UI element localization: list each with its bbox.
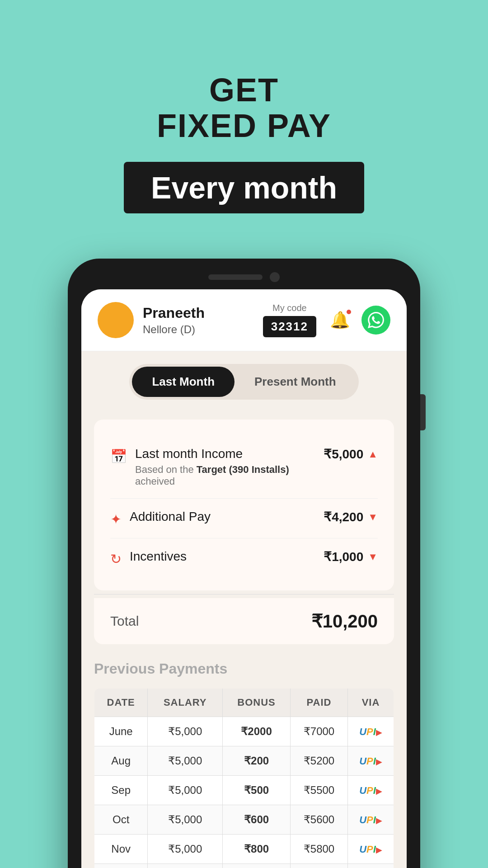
cell-salary: ₹5,000 (148, 864, 223, 868)
cell-paid: ₹7000 (291, 717, 348, 746)
income-label-wrap: 📅 Last month Income Based on the Target … (110, 447, 324, 487)
additional-pay-row: ✦ Additional Pay ₹4,200 ▼ (110, 499, 378, 538)
tab-last-month[interactable]: Last Month (132, 367, 235, 397)
col-salary: SALARY (148, 689, 223, 717)
phone-screen: Praneeth Nellore (D) My code 32312 🔔 (81, 289, 407, 868)
calendar-icon: 📅 (110, 448, 127, 464)
col-date: DATE (94, 689, 148, 717)
phone-notch (81, 272, 407, 282)
cell-date: Dec (94, 864, 148, 868)
cell-salary: ₹5,000 (148, 835, 223, 864)
last-month-income-row: 📅 Last month Income Based on the Target … (110, 436, 378, 499)
cell-via: UPI▶ (348, 776, 394, 805)
notification-button[interactable]: 🔔 (327, 307, 352, 333)
app-header: Praneeth Nellore (D) My code 32312 🔔 (81, 289, 407, 351)
user-location: Nellore (D) (143, 323, 205, 336)
arrow-down-icon: ▼ (368, 511, 378, 523)
cell-paid: ₹5200 (291, 746, 348, 776)
cell-bonus: ₹800 (223, 835, 291, 864)
col-via: VIA (348, 689, 394, 717)
table-header: DATE SALARY BONUS PAID VIA (94, 689, 394, 717)
cell-via: UPI▶ (348, 864, 394, 868)
user-details: Praneeth Nellore (D) (143, 305, 205, 336)
col-bonus: BONUS (223, 689, 291, 717)
divider (94, 594, 394, 594)
income-section: 📅 Last month Income Based on the Target … (94, 420, 394, 590)
incentives-arrow-down-icon: ▼ (368, 551, 378, 563)
whatsapp-button[interactable] (361, 306, 390, 335)
cell-salary: ₹5,000 (148, 776, 223, 805)
incentives-amount: ₹1,000 ▼ (324, 549, 378, 564)
table-row: Aug ₹5,000 ₹200 ₹5200 UPI▶ (94, 746, 394, 776)
table-row: Sep ₹5,000 ₹500 ₹5500 UPI▶ (94, 776, 394, 805)
cell-via: UPI▶ (348, 835, 394, 864)
every-month-text: Every month (151, 170, 337, 205)
previous-payments-section: Previous Payments DATE SALARY BONUS PAID… (81, 644, 407, 868)
bell-icon: 🔔 (330, 311, 350, 330)
total-label: Total (110, 613, 139, 629)
cell-date: Sep (94, 776, 148, 805)
notification-dot (346, 309, 352, 315)
cell-bonus: ₹200 (223, 746, 291, 776)
total-amount: ₹10,200 (311, 611, 378, 632)
every-month-badge: Every month (124, 162, 364, 213)
cell-salary: ₹5,000 (148, 746, 223, 776)
cell-bonus: ₹2000 (223, 717, 291, 746)
cell-paid: ₹5200 (291, 864, 348, 868)
payments-table: DATE SALARY BONUS PAID VIA June ₹5,000 ₹… (94, 688, 394, 868)
incentives-row: ↻ Incentives ₹1,000 ▼ (110, 538, 378, 578)
income-sublabel: Based on the Target (390 Installs) achei… (135, 464, 324, 487)
cell-via: UPI▶ (348, 717, 394, 746)
cell-paid: ₹5600 (291, 805, 348, 835)
headline: GET FIXED PAY (157, 72, 331, 144)
col-paid: PAID (291, 689, 348, 717)
cell-date: Nov (94, 835, 148, 864)
tabs-section: Last Month Present Month (81, 351, 407, 412)
additional-pay-label-wrap: ✦ Additional Pay (110, 509, 211, 527)
user-name: Praneeth (143, 305, 205, 321)
incentives-label: Incentives (130, 549, 187, 564)
cell-date: Oct (94, 805, 148, 835)
tab-present-month[interactable]: Present Month (235, 367, 356, 397)
cell-paid: ₹5500 (291, 776, 348, 805)
table-row: June ₹5,000 ₹2000 ₹7000 UPI▶ (94, 717, 394, 746)
table-row: Nov ₹5,000 ₹800 ₹5800 UPI▶ (94, 835, 394, 864)
arrow-up-icon: ▲ (368, 448, 378, 460)
table-body: June ₹5,000 ₹2000 ₹7000 UPI▶ Aug ₹5,000 … (94, 717, 394, 868)
income-label-details: Last month Income Based on the Target (3… (135, 447, 324, 487)
cell-date: Aug (94, 746, 148, 776)
star-icon: ✦ (110, 511, 122, 527)
header-icons: 🔔 (327, 306, 390, 335)
additional-pay-label: Additional Pay (130, 509, 211, 524)
avatar (98, 302, 134, 338)
cell-bonus: ₹500 (223, 776, 291, 805)
total-row: Total ₹10,200 (94, 598, 394, 644)
phone-mockup: Praneeth Nellore (D) My code 32312 🔔 (68, 259, 420, 868)
cell-bonus: ₹600 (223, 805, 291, 835)
my-code-label: My code (272, 303, 307, 313)
cell-salary: ₹5,000 (148, 805, 223, 835)
whatsapp-icon (368, 312, 384, 328)
additional-pay-amount: ₹4,200 ▼ (324, 509, 378, 524)
phone-camera (270, 272, 280, 282)
cell-date: June (94, 717, 148, 746)
incentives-label-wrap: ↻ Incentives (110, 549, 187, 567)
phone-side-button (420, 394, 426, 430)
phone-speaker (208, 274, 263, 280)
header-right: My code 32312 🔔 (263, 303, 390, 337)
cell-salary: ₹5,000 (148, 717, 223, 746)
user-info: Praneeth Nellore (D) (98, 302, 205, 338)
refresh-icon: ↻ (110, 551, 122, 567)
cell-bonus: ₹200 (223, 864, 291, 868)
top-section: GET FIXED PAY Every month (0, 0, 488, 241)
income-label-text: Last month Income (135, 447, 324, 461)
cell-paid: ₹5800 (291, 835, 348, 864)
previous-payments-title: Previous Payments (94, 660, 394, 677)
table-row: Oct ₹5,000 ₹600 ₹5600 UPI▶ (94, 805, 394, 835)
income-amount: ₹5,000 ▲ (324, 447, 378, 462)
table-row: Dec ₹5,000 ₹200 ₹5200 UPI▶ (94, 864, 394, 868)
tabs-container: Last Month Present Month (129, 364, 358, 400)
my-code-box: My code 32312 (263, 303, 316, 337)
cell-via: UPI▶ (348, 746, 394, 776)
cell-via: UPI▶ (348, 805, 394, 835)
